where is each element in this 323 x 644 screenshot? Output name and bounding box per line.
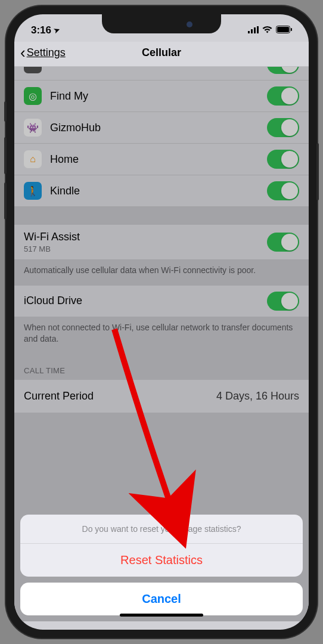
volume-down bbox=[4, 182, 7, 219]
mute-switch bbox=[4, 101, 7, 122]
battery-icon bbox=[276, 24, 292, 36]
nav-bar: ‹ Settings Cellular bbox=[14, 42, 309, 67]
wifi-assist-toggle[interactable] bbox=[267, 233, 299, 252]
cellular-signal-icon bbox=[248, 24, 259, 36]
current-period-row[interactable]: Current Period 4 Days, 16 Hours bbox=[14, 380, 309, 413]
back-button[interactable]: ‹ Settings bbox=[20, 44, 66, 62]
app-toggle[interactable] bbox=[267, 118, 299, 137]
location-icon: ➤ bbox=[52, 26, 61, 36]
svg-rect-2 bbox=[254, 27, 256, 33]
wifi-assist-footer: Automatically use cellular data when Wi-… bbox=[14, 260, 309, 286]
app-name: Kindle bbox=[50, 185, 267, 197]
wifi-assist-label: Wi-Fi Assist bbox=[24, 231, 267, 243]
app-name: Home bbox=[50, 153, 267, 166]
app-row[interactable]: ◎ Find My bbox=[14, 80, 309, 112]
sheet-message: Do you want to reset your usage statisti… bbox=[20, 515, 303, 544]
app-toggle[interactable] bbox=[267, 86, 299, 106]
power-button bbox=[316, 143, 319, 200]
app-name: Find My bbox=[50, 90, 267, 103]
call-time-header: CALL TIME bbox=[14, 354, 309, 380]
icloud-drive-label: iCloud Drive bbox=[24, 295, 267, 307]
svg-rect-1 bbox=[251, 29, 253, 33]
app-row[interactable]: 👾 GizmoHub bbox=[14, 112, 309, 144]
cancel-button[interactable]: Cancel bbox=[20, 583, 303, 615]
svg-rect-5 bbox=[277, 27, 289, 32]
app-name: GizmoHub bbox=[50, 122, 267, 134]
phone-frame: 3:16 ➤ ‹ Settings Cellular bbox=[6, 6, 317, 638]
content-area: ◎ Find My 👾 GizmoHub ⌂ Home 🚶 Kindle Wi-… bbox=[14, 67, 309, 621]
app-icon: ◎ bbox=[24, 87, 42, 105]
back-label: Settings bbox=[27, 47, 66, 59]
action-sheet: Do you want to reset your usage statisti… bbox=[14, 509, 309, 621]
icloud-drive-toggle[interactable] bbox=[267, 292, 299, 311]
wifi-icon bbox=[262, 24, 272, 36]
page-title: Cellular bbox=[142, 47, 181, 59]
toggle[interactable] bbox=[267, 67, 299, 74]
app-toggle[interactable] bbox=[267, 150, 299, 169]
home-indicator[interactable] bbox=[120, 614, 203, 617]
app-icon: 🚶 bbox=[24, 182, 42, 200]
wifi-assist-sub: 517 MB bbox=[24, 244, 267, 253]
app-row[interactable]: 🚶 Kindle bbox=[14, 175, 309, 207]
reset-statistics-button[interactable]: Reset Statistics bbox=[20, 544, 303, 577]
svg-rect-0 bbox=[248, 31, 250, 33]
svg-rect-3 bbox=[257, 26, 259, 33]
svg-rect-6 bbox=[291, 28, 292, 31]
wifi-assist-row[interactable]: Wi-Fi Assist 517 MB bbox=[14, 225, 309, 260]
volume-up bbox=[4, 137, 7, 174]
app-row[interactable]: ⌂ Home bbox=[14, 144, 309, 175]
app-toggle[interactable] bbox=[267, 181, 299, 200]
chevron-left-icon: ‹ bbox=[20, 44, 26, 62]
current-period-value: 4 Days, 16 Hours bbox=[216, 390, 299, 402]
icloud-drive-row[interactable]: iCloud Drive bbox=[14, 286, 309, 317]
icloud-drive-footer: When not connected to Wi-Fi, use cellula… bbox=[14, 317, 309, 354]
app-icon: 👾 bbox=[24, 119, 42, 137]
current-period-label: Current Period bbox=[24, 390, 216, 402]
app-row-partial[interactable] bbox=[14, 67, 309, 80]
app-icon: ⌂ bbox=[24, 150, 42, 168]
notch bbox=[102, 14, 221, 33]
status-time: 3:16 bbox=[31, 24, 51, 36]
